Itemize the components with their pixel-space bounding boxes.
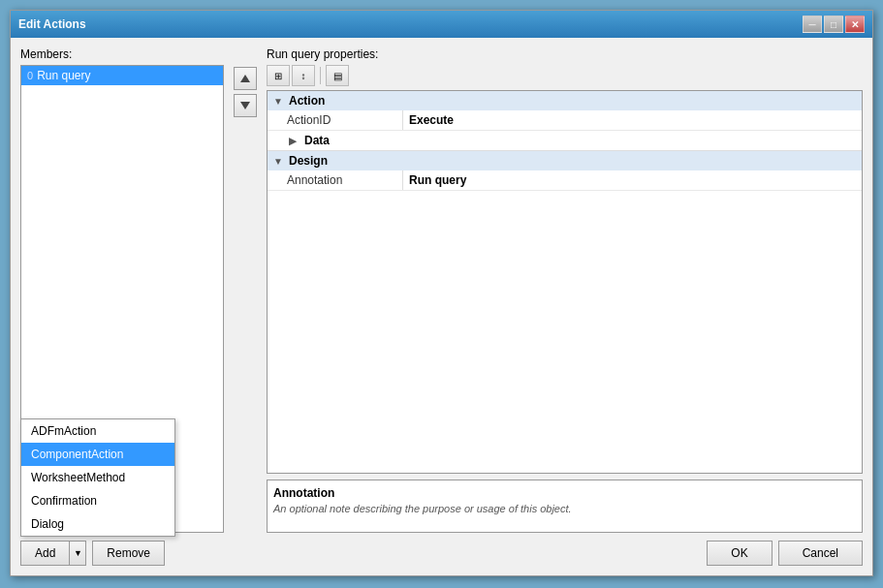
properties-view-button[interactable]: ⊞ <box>267 65 290 86</box>
dropdown-item-componentaction[interactable]: ComponentAction <box>21 443 174 466</box>
up-arrow-icon <box>240 75 250 82</box>
design-section-label: Design <box>289 154 328 168</box>
sort-button[interactable]: ↕ <box>292 65 315 86</box>
annotation-value: Run query <box>403 170 862 190</box>
design-collapse-icon: ▼ <box>273 156 285 167</box>
design-section-header[interactable]: ▼ Design <box>268 151 862 170</box>
data-section-header[interactable]: ▶ Data <box>268 131 862 151</box>
right-panel: Run query properties: ⊞ ↕ ▤ ▼ Action <box>267 47 863 533</box>
filter-button[interactable]: ▤ <box>326 65 349 86</box>
properties-label: Run query properties: <box>267 47 863 61</box>
list-item[interactable]: 0 Run query <box>21 66 223 85</box>
nav-buttons <box>234 47 257 533</box>
actionid-row[interactable]: ActionID Execute <box>268 110 862 131</box>
data-collapse-icon: ▶ <box>289 136 300 146</box>
cancel-button[interactable]: Cancel <box>778 541 863 566</box>
ok-button[interactable]: OK <box>707 541 772 566</box>
dialog-title: Edit Actions <box>18 17 86 31</box>
action-section-label: Action <box>289 94 325 108</box>
dialog-content: Members: 0 Run query Run q <box>11 38 872 575</box>
title-bar: Edit Actions ─ □ ✕ <box>11 11 872 38</box>
left-buttons: ADFmAction ComponentAction WorksheetMeth… <box>20 541 165 566</box>
dropdown-item-dialog[interactable]: Dialog <box>21 512 174 536</box>
minimize-button[interactable]: ─ <box>803 15 822 33</box>
annotation-title: Annotation <box>273 486 856 500</box>
toolbar-separator <box>320 67 321 84</box>
edit-actions-dialog: Edit Actions ─ □ ✕ Members: 0 Run query <box>10 10 873 576</box>
add-dropdown-menu[interactable]: ADFmAction ComponentAction WorksheetMeth… <box>20 418 175 537</box>
props-toolbar: ⊞ ↕ ▤ <box>267 65 863 86</box>
annotation-label: Annotation <box>268 170 403 190</box>
members-label: Members: <box>20 47 224 61</box>
collapse-icon: ▼ <box>273 96 285 107</box>
move-up-button[interactable] <box>234 67 257 90</box>
close-button[interactable]: ✕ <box>845 15 865 33</box>
remove-button[interactable]: Remove <box>92 541 165 566</box>
data-section-label: Data <box>304 134 330 147</box>
annotation-area: Annotation An optional note describing t… <box>267 480 863 533</box>
add-button[interactable]: Add <box>20 541 69 566</box>
right-buttons: OK Cancel <box>707 541 863 566</box>
bottom-bar: ADFmAction ComponentAction WorksheetMeth… <box>20 541 863 566</box>
move-down-button[interactable] <box>234 94 257 117</box>
properties-grid[interactable]: ▼ Action ActionID Execute ▶ Data ▼ <box>267 90 863 474</box>
action-section-header[interactable]: ▼ Action <box>268 91 862 110</box>
maximize-button[interactable]: □ <box>824 15 843 33</box>
dropdown-item-adfmaction[interactable]: ADFmAction <box>21 419 174 443</box>
annotation-row[interactable]: Annotation Run query <box>268 170 862 191</box>
item-index: 0 <box>27 70 33 81</box>
item-label: Run query <box>37 69 90 82</box>
down-arrow-icon <box>240 102 250 109</box>
dropdown-item-worksheetmethod[interactable]: WorksheetMethod <box>21 466 174 489</box>
title-bar-buttons: ─ □ ✕ <box>803 15 865 33</box>
actionid-value: Execute <box>403 110 862 130</box>
dropdown-item-confirmation[interactable]: Confirmation <box>21 489 174 512</box>
actionid-label: ActionID <box>268 110 403 130</box>
add-dropdown-button[interactable]: ▼ <box>69 541 86 566</box>
annotation-description: An optional note describing the purpose … <box>273 503 856 514</box>
